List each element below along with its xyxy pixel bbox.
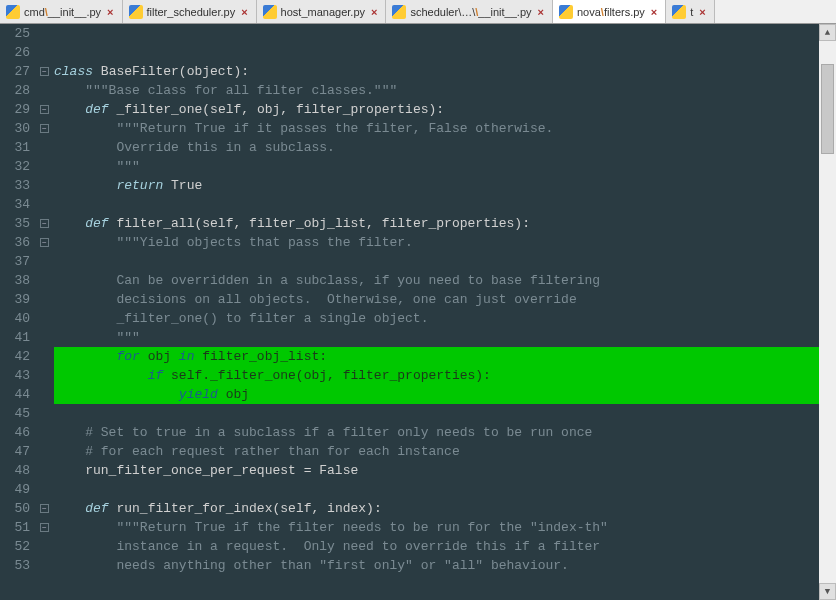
- tab-bar: cmd\__init__.py×filter_scheduler.py×host…: [0, 0, 836, 24]
- code-line[interactable]: needs anything other than "first only" o…: [54, 556, 836, 575]
- line-number: 52: [0, 537, 30, 556]
- close-icon[interactable]: ×: [369, 6, 379, 18]
- line-number: 36: [0, 233, 30, 252]
- tab-2[interactable]: host_manager.py×: [257, 0, 387, 23]
- code-line[interactable]: [54, 404, 836, 423]
- code-line[interactable]: [54, 43, 836, 62]
- code-line[interactable]: yield obj: [54, 385, 836, 404]
- line-number: 27: [0, 62, 30, 81]
- code-line[interactable]: [54, 480, 836, 499]
- line-number: 50: [0, 499, 30, 518]
- fold-toggle-icon[interactable]: −: [40, 219, 49, 228]
- line-number-gutter: 2526272829303132333435363738394041424344…: [0, 24, 38, 600]
- tab-label: cmd\__init__.py: [24, 6, 101, 18]
- tab-label: nova\filters.py: [577, 6, 645, 18]
- close-icon[interactable]: ×: [649, 6, 659, 18]
- fold-toggle-icon[interactable]: −: [40, 124, 49, 133]
- code-line[interactable]: Override this in a subclass.: [54, 138, 836, 157]
- code-line[interactable]: # Set to true in a subclass if a filter …: [54, 423, 836, 442]
- code-line[interactable]: """Yield objects that pass the filter.: [54, 233, 836, 252]
- code-line[interactable]: """: [54, 157, 836, 176]
- code-line[interactable]: Can be overridden in a subclass, if you …: [54, 271, 836, 290]
- tab-3[interactable]: scheduler\…\\__init__.py×: [386, 0, 553, 23]
- line-number: 47: [0, 442, 30, 461]
- fold-toggle-icon[interactable]: −: [40, 238, 49, 247]
- tab-label: host_manager.py: [281, 6, 365, 18]
- fold-toggle-icon[interactable]: −: [40, 523, 49, 532]
- line-number: 30: [0, 119, 30, 138]
- line-number: 34: [0, 195, 30, 214]
- python-file-icon: [6, 5, 20, 19]
- tab-label: filter_scheduler.py: [147, 6, 236, 18]
- line-number: 51: [0, 518, 30, 537]
- scroll-down-button[interactable]: ▼: [819, 583, 836, 600]
- line-number: 44: [0, 385, 30, 404]
- close-icon[interactable]: ×: [239, 6, 249, 18]
- line-number: 48: [0, 461, 30, 480]
- code-line[interactable]: # for each request rather than for each …: [54, 442, 836, 461]
- code-line[interactable]: def _filter_one(self, obj, filter_proper…: [54, 100, 836, 119]
- line-number: 53: [0, 556, 30, 575]
- code-line[interactable]: return True: [54, 176, 836, 195]
- close-icon[interactable]: ×: [536, 6, 546, 18]
- line-number: 49: [0, 480, 30, 499]
- python-file-icon: [559, 5, 573, 19]
- tab-0[interactable]: cmd\__init__.py×: [0, 0, 123, 23]
- line-number: 25: [0, 24, 30, 43]
- code-line[interactable]: """Base class for all filter classes.""": [54, 81, 836, 100]
- line-number: 46: [0, 423, 30, 442]
- code-line[interactable]: def run_filter_for_index(self, index):: [54, 499, 836, 518]
- editor-pane: 2526272829303132333435363738394041424344…: [0, 24, 836, 600]
- scroll-up-button[interactable]: ▲: [819, 24, 836, 41]
- code-line[interactable]: [54, 24, 836, 43]
- code-line[interactable]: class BaseFilter(object):: [54, 62, 836, 81]
- tab-label: scheduler\…\\__init__.py: [410, 6, 531, 18]
- fold-column: −−−−−−−: [38, 24, 54, 600]
- line-number: 45: [0, 404, 30, 423]
- line-number: 40: [0, 309, 30, 328]
- line-number: 31: [0, 138, 30, 157]
- code-area[interactable]: class BaseFilter(object): """Base class …: [54, 24, 836, 600]
- vertical-scrollbar[interactable]: ▲ ▼: [819, 24, 836, 600]
- line-number: 43: [0, 366, 30, 385]
- python-file-icon: [672, 5, 686, 19]
- line-number: 35: [0, 214, 30, 233]
- scrollbar-thumb[interactable]: [821, 64, 834, 154]
- line-number: 26: [0, 43, 30, 62]
- line-number: 38: [0, 271, 30, 290]
- close-icon[interactable]: ×: [105, 6, 115, 18]
- code-line[interactable]: """: [54, 328, 836, 347]
- line-number: 39: [0, 290, 30, 309]
- line-number: 28: [0, 81, 30, 100]
- line-number: 41: [0, 328, 30, 347]
- python-file-icon: [392, 5, 406, 19]
- code-line[interactable]: def filter_all(self, filter_obj_list, fi…: [54, 214, 836, 233]
- line-number: 37: [0, 252, 30, 271]
- tab-5[interactable]: t×: [666, 0, 715, 23]
- close-icon[interactable]: ×: [697, 6, 707, 18]
- python-file-icon: [263, 5, 277, 19]
- fold-toggle-icon[interactable]: −: [40, 504, 49, 513]
- tab-4[interactable]: nova\filters.py×: [553, 0, 666, 23]
- code-line[interactable]: [54, 195, 836, 214]
- line-number: 29: [0, 100, 30, 119]
- code-line[interactable]: [54, 252, 836, 271]
- tab-label: t: [690, 6, 693, 18]
- fold-toggle-icon[interactable]: −: [40, 67, 49, 76]
- code-line[interactable]: decisions on all objects. Otherwise, one…: [54, 290, 836, 309]
- code-line[interactable]: _filter_one() to filter a single object.: [54, 309, 836, 328]
- line-number: 42: [0, 347, 30, 366]
- code-line[interactable]: if self._filter_one(obj, filter_properti…: [54, 366, 836, 385]
- code-line[interactable]: for obj in filter_obj_list:: [54, 347, 836, 366]
- line-number: 32: [0, 157, 30, 176]
- fold-toggle-icon[interactable]: −: [40, 105, 49, 114]
- python-file-icon: [129, 5, 143, 19]
- line-number: 33: [0, 176, 30, 195]
- code-line[interactable]: instance in a request. Only need to over…: [54, 537, 836, 556]
- code-line[interactable]: """Return True if the filter needs to be…: [54, 518, 836, 537]
- code-line[interactable]: """Return True if it passes the filter, …: [54, 119, 836, 138]
- code-line[interactable]: run_filter_once_per_request = False: [54, 461, 836, 480]
- tab-1[interactable]: filter_scheduler.py×: [123, 0, 257, 23]
